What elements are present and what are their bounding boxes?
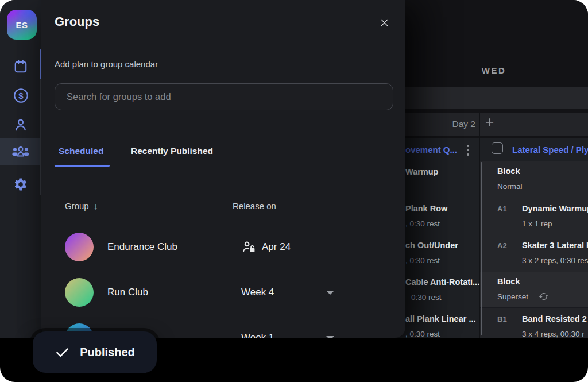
groups-modal: Groups Add plan to group calendar Schedu… xyxy=(41,0,405,338)
person-lock-icon xyxy=(241,240,257,255)
left-item-detail: , 0:30 rest xyxy=(405,219,440,228)
sidebar-item-groups[interactable] xyxy=(0,138,41,165)
gear-icon xyxy=(13,177,28,192)
workout-checkbox[interactable] xyxy=(492,142,503,154)
person-icon xyxy=(13,117,28,132)
group-row[interactable]: Endurance Club Apr 24 xyxy=(65,233,396,261)
release-value[interactable]: Apr 24 xyxy=(241,233,291,261)
app-frame: Day 2 + WED ovement Q... Warmup Plank Ro… xyxy=(0,0,588,382)
column-header-release: Release on xyxy=(233,201,276,211)
modal-title: Groups xyxy=(55,14,99,29)
group-row[interactable]: Run Club Week 4 xyxy=(65,278,396,307)
exercise-detail: 3 x 4 reps, 00:30 r xyxy=(522,330,585,338)
exercise-detail: 1 x 1 rep xyxy=(522,219,552,228)
week-select[interactable]: Week 1 xyxy=(241,323,274,338)
exercise-tag: B1 xyxy=(497,315,507,323)
sidebar-item-payments[interactable]: $ xyxy=(0,82,41,109)
block2-header-band xyxy=(480,272,588,307)
exercise-name: Band Resisted 2 Step xyxy=(522,314,588,323)
week-select[interactable]: Week 4 xyxy=(241,278,274,307)
exercise-name: Skater 3 Lateral Hop xyxy=(522,241,588,250)
left-item-name: Plank Row xyxy=(405,204,447,213)
check-icon xyxy=(55,345,70,360)
workout-card-scrollbar[interactable] xyxy=(481,162,482,335)
group-avatar xyxy=(65,233,94,261)
left-item-detail: , 0:30 rest xyxy=(405,330,440,338)
chevron-down-icon[interactable] xyxy=(326,291,334,295)
tab-recently-published[interactable]: Recently Published xyxy=(131,146,213,156)
toast-label: Published xyxy=(80,346,135,359)
svg-text:$: $ xyxy=(18,90,24,100)
left-item-name: ch Out/Under xyxy=(405,241,458,250)
close-icon[interactable] xyxy=(377,15,392,30)
left-item-name: Warmup xyxy=(405,167,438,176)
sidebar-item-athletes[interactable] xyxy=(0,111,41,138)
modal-subtitle: Add plan to group calendar xyxy=(55,59,158,69)
group-avatar xyxy=(65,278,94,307)
sidebar-item-settings[interactable] xyxy=(0,171,41,198)
groups-icon xyxy=(11,144,30,159)
left-item-name: all Plank Linear ... xyxy=(405,314,476,323)
active-tab-underline xyxy=(55,165,110,167)
workout-title-link[interactable]: Lateral Speed / Plyo xyxy=(512,145,588,155)
weekday-header: WED xyxy=(459,65,528,75)
column-divider xyxy=(479,113,480,338)
block-type: Superset xyxy=(497,292,528,301)
group-name: Run Club xyxy=(107,278,148,307)
sort-arrow-icon: ↓ xyxy=(94,201,98,211)
published-toast: Published xyxy=(33,331,157,373)
left-item-detail: , 0:30 rest xyxy=(405,256,440,265)
chevron-down-icon[interactable] xyxy=(326,336,334,338)
exercise-tag: A1 xyxy=(497,204,507,213)
sidebar-nav: ES $ xyxy=(0,0,41,338)
superset-cycle-icon xyxy=(539,291,549,302)
block-label: Block xyxy=(497,167,520,176)
kebab-menu-icon[interactable] xyxy=(467,145,469,156)
search-input[interactable] xyxy=(55,83,393,110)
dollar-circle-icon: $ xyxy=(13,87,29,104)
add-session-button[interactable]: + xyxy=(485,113,494,131)
left-workout-title-link[interactable]: ovement Q... xyxy=(405,145,457,155)
block-label: Block xyxy=(497,277,520,286)
sidebar-item-calendar[interactable] xyxy=(0,53,41,80)
exercise-name: Dynamic Warmup xyxy=(522,204,588,213)
tab-scheduled[interactable]: Scheduled xyxy=(59,146,103,156)
exercise-tag: A2 xyxy=(497,241,507,250)
left-item-name: Cable Anti-Rotati... xyxy=(405,277,479,287)
group-name: Endurance Club xyxy=(107,233,177,261)
block-type: Normal xyxy=(497,182,523,191)
left-item-detail: 0:30 rest xyxy=(411,293,442,302)
avatar[interactable]: ES xyxy=(7,10,37,40)
column-header-group[interactable]: Group ↓ xyxy=(65,201,98,211)
calendar-icon xyxy=(13,59,28,74)
day-column-label: Day 2 xyxy=(425,119,475,129)
exercise-detail: 3 x 2 reps, 0:30 res xyxy=(522,256,588,265)
